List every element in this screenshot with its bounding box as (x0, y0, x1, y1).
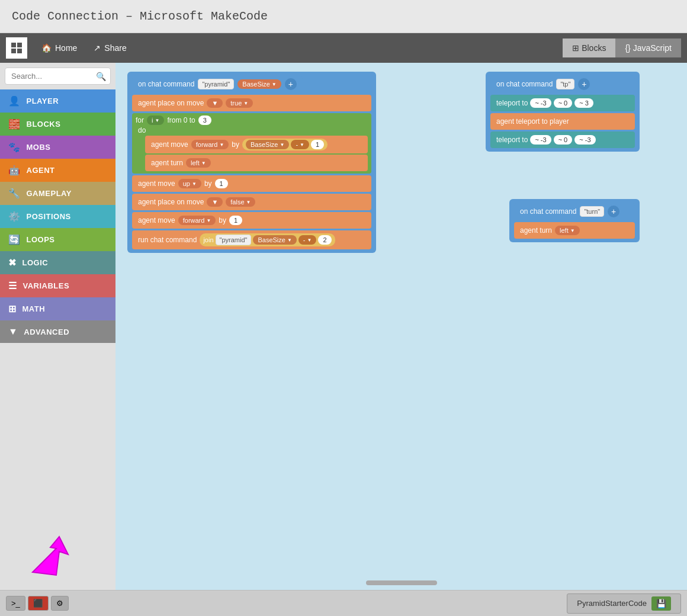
javascript-mode-button[interactable]: {} JavaScript (615, 38, 681, 57)
tp-hat[interactable]: on chat command "tp" + (490, 75, 635, 93)
terminal-button[interactable]: >_ (6, 596, 25, 611)
home-button[interactable]: 🏠 Home (33, 40, 85, 56)
tp-y1: ~ 0 (554, 98, 573, 108)
player-icon: 👤 (8, 95, 21, 107)
run-chat-command[interactable]: run chat command join "pyramid" BaseSize… (132, 230, 371, 249)
settings-button[interactable]: ⚙ (51, 596, 69, 611)
tp-command-name[interactable]: "tp" (556, 79, 574, 89)
sidebar-item-gameplay[interactable]: 🔧 GAMEPLAY (0, 182, 115, 205)
sidebar-item-math[interactable]: ⊞ MATH (0, 297, 115, 320)
add-param-button[interactable]: + (285, 78, 297, 90)
turn-add-param[interactable]: + (608, 206, 619, 217)
sidebar-item-agent[interactable]: 🤖 AGENT (0, 159, 115, 182)
main-program-group: on chat command "pyramid" BaseSize ▼ + a… (127, 72, 376, 253)
join-two-val: 2 (318, 235, 331, 245)
move-dir-dropdown[interactable]: forward ▼ (191, 140, 229, 149)
place-move-dropdown-2[interactable]: ▼ (207, 197, 223, 207)
save-button[interactable]: 💾 (651, 596, 671, 611)
sidebar-item-loops[interactable]: 🔄 LOOPS (0, 228, 115, 251)
join-expr[interactable]: join "pyramid" BaseSize ▼ - ▼ 2 (200, 233, 335, 246)
sidebar-item-mobs[interactable]: 🐾 MOBS (0, 136, 115, 159)
top-nav: 🏠 Home ↗ Share ⊞ Blocks {} JavaScript (0, 33, 687, 63)
sidebar-item-positions[interactable]: ⚙️ POSITIONS (0, 205, 115, 228)
join-basesize-dropdown[interactable]: BaseSize ▼ (253, 235, 296, 245)
sidebar: 🔍 👤 PLAYER 🧱 BLOCKS 🐾 MOBS 🤖 AGENT 🔧 GAM… (0, 63, 115, 590)
agent-turn-left-inner[interactable]: agent turn left ▼ (145, 155, 368, 171)
app-title: Code Connection – Microsoft MakeCode (12, 9, 268, 23)
stop-button[interactable]: ⬛ (28, 596, 49, 611)
up-dir-dropdown[interactable]: up ▼ (178, 179, 201, 188)
svg-rect-1 (17, 43, 22, 47)
agent-place-on-move-1[interactable]: agent place on move ▼ true ▼ (132, 95, 371, 111)
svg-marker-4 (33, 537, 68, 575)
tp-block-group: on chat command "tp" + teleport to ~ -3 … (486, 72, 640, 152)
join-minus-dropdown[interactable]: - ▼ (298, 235, 317, 245)
tp-x1: ~ -3 (530, 98, 551, 108)
tp-add-param[interactable]: + (578, 78, 590, 90)
bottom-bar: >_ ⬛ ⚙ PyramidStarterCode 💾 (0, 590, 687, 616)
agent-move-forward[interactable]: agent move forward ▼ by BaseSize ▼ - ▼ 1 (145, 136, 368, 153)
search-container: 🔍 (5, 68, 111, 85)
variables-icon: ☰ (8, 280, 17, 291)
sidebar-item-variables[interactable]: ☰ VARIABLES (0, 274, 115, 297)
teleport-to-1[interactable]: teleport to ~ -3 ~ 0 ~ 3 (490, 95, 635, 111)
share-icon: ↗ (94, 43, 101, 53)
search-input[interactable] (5, 68, 111, 85)
place-move-dropdown-1[interactable]: ▼ (207, 98, 223, 108)
sidebar-item-logic[interactable]: ✖ LOGIC (0, 251, 115, 274)
advanced-icon: ▼ (8, 326, 18, 337)
sidebar-item-advanced[interactable]: ▼ ADVANCED (0, 320, 115, 343)
app-logo (6, 37, 27, 59)
title-bar: Code Connection – Microsoft MakeCode (0, 0, 687, 33)
sidebar-item-player[interactable]: 👤 PLAYER (0, 89, 115, 113)
false-dropdown[interactable]: false ▼ (226, 197, 255, 207)
tp-z2: ~ -3 (574, 135, 595, 145)
main-content: 🔍 👤 PLAYER 🧱 BLOCKS 🐾 MOBS 🤖 AGENT 🔧 GAM… (0, 63, 687, 590)
basesize-expr[interactable]: BaseSize ▼ - ▼ 1 (242, 139, 328, 150)
blocks-cat-icon: 🧱 (8, 118, 21, 130)
basesize-dropdown[interactable]: BaseSize ▼ (237, 79, 281, 89)
tp-x2: ~ -3 (530, 135, 551, 145)
cursor-arrow (24, 531, 71, 580)
agent-move-forward-2[interactable]: agent move forward ▼ by 1 (132, 212, 371, 229)
project-name: PyramidStarterCode (577, 599, 647, 608)
agent-move-up[interactable]: agent move up ▼ by 1 (132, 175, 371, 192)
turn-dir-dropdown[interactable]: left ▼ (555, 226, 580, 235)
gameplay-icon: 🔧 (8, 188, 21, 199)
horizontal-scrollbar[interactable] (366, 580, 437, 585)
mobs-icon: 🐾 (8, 142, 21, 153)
positions-icon: ⚙️ (8, 211, 21, 222)
pyramid-str: "pyramid" (216, 235, 252, 245)
agent-place-on-move-2[interactable]: agent place on move ▼ false ▼ (132, 194, 371, 210)
command-name-value[interactable]: "pyramid" (198, 79, 234, 89)
project-name-box: PyramidStarterCode 💾 (567, 593, 681, 614)
agent-icon: 🤖 (8, 165, 21, 176)
fwd2-val: 1 (229, 216, 242, 225)
turn-block-group: on chat command "turn" + agent turn left… (509, 199, 640, 242)
blocks-mode-button[interactable]: ⊞ Blocks (563, 38, 615, 57)
minus-dropdown[interactable]: - ▼ (291, 140, 309, 149)
math-icon: ⊞ (8, 303, 17, 315)
on-chat-command-hat[interactable]: on chat command "pyramid" BaseSize ▼ + (132, 75, 303, 93)
turn-hat[interactable]: on chat command "turn" + (514, 203, 635, 220)
teleport-to-2[interactable]: teleport to ~ -3 ~ 0 ~ -3 (490, 131, 635, 148)
true-dropdown[interactable]: true ▼ (226, 98, 253, 108)
canvas-area[interactable]: on chat command "pyramid" BaseSize ▼ + a… (115, 63, 687, 590)
on-chat-label: on chat command (138, 80, 194, 88)
home-icon: 🏠 (41, 43, 52, 53)
basesize-var-dropdown[interactable]: BaseSize ▼ (246, 140, 289, 149)
loop-var-dropdown[interactable]: i ▼ (147, 116, 164, 125)
loop-to-value[interactable]: 3 (198, 116, 211, 125)
turn-command-name[interactable]: "turn" (580, 206, 604, 217)
up-val: 1 (215, 179, 228, 188)
search-icon: 🔍 (96, 72, 106, 81)
minus-val: 1 (311, 140, 324, 149)
svg-rect-0 (11, 43, 16, 47)
agent-turn-left-outer[interactable]: agent turn left ▼ (514, 222, 635, 239)
svg-rect-2 (11, 49, 16, 53)
agent-teleport-to-player[interactable]: agent teleport to player (490, 113, 635, 130)
share-button[interactable]: ↗ Share (85, 40, 134, 56)
sidebar-item-blocks[interactable]: 🧱 BLOCKS (0, 113, 115, 136)
fwd2-dir-dropdown[interactable]: forward ▼ (178, 216, 216, 225)
turn-dir-dropdown-inner[interactable]: left ▼ (186, 158, 211, 168)
